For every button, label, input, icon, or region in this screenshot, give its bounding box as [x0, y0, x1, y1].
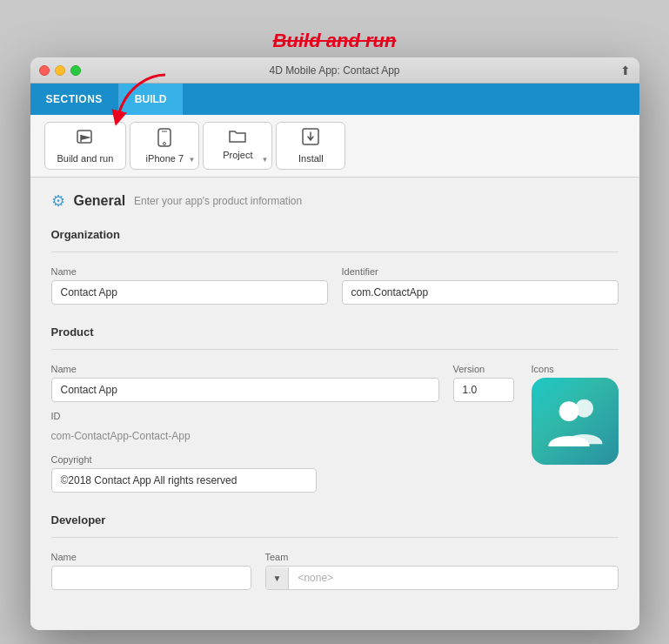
- organization-form-row: Name Identifier: [51, 266, 619, 305]
- product-title: Product: [51, 325, 619, 339]
- tab-build[interactable]: BUILD: [119, 84, 183, 115]
- close-button[interactable]: [39, 65, 50, 76]
- org-identifier-input[interactable]: [342, 280, 619, 305]
- product-name-label: Name: [51, 364, 439, 374]
- title-bar: 4D Mobile App: Contact App ⬆: [30, 57, 639, 84]
- content-area: ⚙ General Enter your app's product infor…: [30, 178, 639, 630]
- developer-title: Developer: [51, 513, 619, 527]
- product-name-version-row: Name Version: [51, 364, 514, 402]
- product-copyright-label: Copyright: [51, 454, 514, 465]
- build-and-run-label: Build and run: [57, 153, 114, 164]
- team-select-value: <none>: [289, 567, 617, 589]
- product-layout: Name Version ID com-ContactApp-Contact-A…: [51, 364, 619, 493]
- iphone7-dropdown-arrow: ▼: [188, 156, 195, 164]
- product-version-label: Version: [453, 364, 514, 374]
- project-dropdown-arrow: ▼: [261, 156, 268, 164]
- developer-name-group: Name: [51, 552, 251, 590]
- install-button[interactable]: Install: [276, 122, 345, 170]
- organization-divider: [51, 252, 619, 252]
- install-icon: [302, 128, 319, 150]
- product-version-input[interactable]: [453, 378, 514, 402]
- project-label: Project: [223, 150, 252, 160]
- product-version-group: Version: [453, 364, 514, 402]
- product-icons-section: Icons: [532, 364, 619, 493]
- toolbar: Build and run iPhone 7 ▼: [30, 115, 639, 178]
- product-id-group: ID com-ContactApp-Contact-App: [51, 411, 514, 447]
- product-icons-label: Icons: [532, 364, 619, 374]
- tab-bar: SECTIONS BUILD: [30, 84, 639, 115]
- organization-section: Organization Name Identifier: [51, 228, 619, 305]
- project-button[interactable]: Project ▼: [203, 122, 272, 170]
- build-and-run-button[interactable]: Build and run: [44, 122, 127, 170]
- org-name-input[interactable]: [51, 280, 328, 305]
- developer-name-label: Name: [51, 552, 251, 562]
- product-icon-image[interactable]: [532, 378, 619, 465]
- tab-sections[interactable]: SECTIONS: [30, 84, 119, 115]
- org-identifier-label: Identifier: [342, 266, 619, 277]
- product-divider: [51, 349, 619, 350]
- developer-divider: [51, 537, 619, 538]
- team-dropdown-arrow: ▼: [266, 567, 290, 589]
- minimize-button[interactable]: [55, 65, 65, 76]
- window-title: 4D Mobile App: Contact App: [269, 64, 399, 77]
- upload-icon: ⬆: [620, 64, 631, 77]
- maximize-button[interactable]: [70, 65, 81, 76]
- product-copyright-input[interactable]: [51, 468, 317, 493]
- project-icon: [228, 128, 247, 146]
- developer-name-input[interactable]: [51, 566, 251, 590]
- org-identifier-group: Identifier: [342, 266, 619, 305]
- developer-team-select[interactable]: ▼ <none>: [265, 566, 619, 590]
- build-and-run-annotation: Build and run: [273, 30, 397, 52]
- general-title: General: [74, 193, 126, 209]
- product-copyright-group: Copyright: [51, 454, 514, 493]
- build-and-run-icon: [76, 128, 95, 150]
- developer-form-row: Name Team ▼ <none>: [51, 552, 619, 590]
- iphone7-label: iPhone 7: [146, 153, 184, 164]
- product-name-group: Name: [51, 364, 439, 402]
- product-id-label: ID: [51, 411, 514, 421]
- developer-team-label: Team: [265, 552, 619, 562]
- product-section: Product Name Version: [51, 325, 619, 493]
- gear-icon: ⚙: [51, 191, 65, 211]
- general-subtitle: Enter your app's product information: [134, 195, 302, 207]
- product-id-value: com-ContactApp-Contact-App: [51, 425, 514, 447]
- org-name-group: Name: [51, 266, 328, 305]
- product-name-input[interactable]: [51, 378, 439, 402]
- app-window: 4D Mobile App: Contact App ⬆ SECTIONS BU…: [30, 57, 639, 630]
- iphone7-icon: [157, 128, 172, 150]
- developer-team-group: Team ▼ <none>: [265, 552, 619, 590]
- install-label: Install: [298, 153, 324, 164]
- general-header: ⚙ General Enter your app's product infor…: [51, 191, 619, 211]
- svg-point-7: [559, 401, 579, 421]
- product-fields: Name Version ID com-ContactApp-Contact-A…: [51, 364, 514, 493]
- svg-point-3: [164, 143, 166, 145]
- iphone7-button[interactable]: iPhone 7 ▼: [130, 122, 199, 170]
- org-name-label: Name: [51, 266, 328, 277]
- traffic-lights: [30, 65, 81, 76]
- organization-title: Organization: [51, 228, 619, 241]
- developer-section: Developer Name Team ▼ <none>: [51, 513, 619, 590]
